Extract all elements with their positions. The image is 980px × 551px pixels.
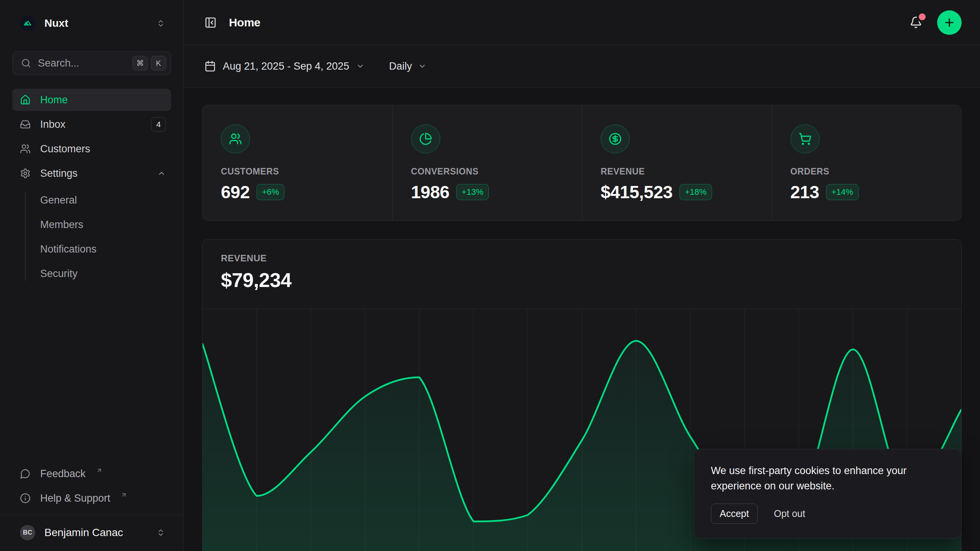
opt-out-button[interactable]: Opt out [772, 504, 807, 523]
search-icon [21, 58, 31, 68]
workspace-name: Nuxt [44, 17, 147, 29]
external-link-icon [121, 492, 127, 498]
panel-left-close-icon [204, 16, 217, 29]
sub-item-label: Members [40, 219, 83, 231]
circle-dollar-icon [601, 124, 630, 153]
date-range-label: Aug 21, 2025 - Sep 4, 2025 [223, 60, 349, 72]
footer-item-label: Help & Support [40, 492, 110, 504]
sidebar-user-section: BC Benjamin Canac [0, 515, 183, 551]
sidebar-collapse-button[interactable] [202, 14, 219, 31]
stat-label: REVENUE [601, 166, 760, 177]
users-icon [221, 124, 250, 153]
sidebar-item-members[interactable]: Members [12, 214, 171, 236]
granularity-select[interactable]: Daily [387, 57, 429, 76]
sub-item-label: General [40, 194, 77, 206]
nuxt-logo-icon [20, 16, 35, 31]
accept-button[interactable]: Accept [711, 504, 758, 524]
stat-customers[interactable]: CUSTOMERS 692 +6% [203, 105, 392, 220]
users-icon [20, 143, 31, 154]
sidebar-item-general[interactable]: General [12, 189, 171, 211]
home-icon [20, 95, 31, 105]
search-shortcut: ⌘ K [132, 56, 166, 70]
avatar: BC [20, 525, 35, 540]
sidebar-item-customers[interactable]: Customers [12, 138, 171, 160]
page-title: Home [229, 16, 260, 29]
shopping-cart-icon [791, 124, 820, 153]
sub-item-label: Security [40, 268, 78, 280]
stat-value: 1986 [411, 182, 449, 202]
revenue-chart-label: REVENUE [221, 253, 943, 264]
stat-revenue[interactable]: REVENUE $415,523 +18% [582, 105, 772, 220]
message-bubble-icon [20, 468, 31, 479]
workspace-switcher[interactable]: Nuxt [12, 11, 171, 35]
stat-label: CONVERSIONS [411, 166, 571, 177]
page-header: Home [184, 0, 980, 45]
granularity-label: Daily [389, 60, 412, 72]
stat-value: 213 [791, 182, 819, 202]
filters-toolbar: Aug 21, 2025 - Sep 4, 2025 Daily [184, 45, 980, 88]
sidebar-spacer [12, 285, 171, 463]
search-input[interactable]: Search... ⌘ K [12, 51, 171, 75]
info-circle-icon [20, 493, 31, 504]
kbd-cmd: ⌘ [132, 56, 148, 70]
sidebar-item-inbox[interactable]: Inbox 4 [12, 113, 171, 135]
header-actions [907, 10, 962, 35]
external-link-icon [96, 467, 103, 474]
inbox-icon [20, 119, 31, 130]
stat-orders[interactable]: ORDERS 213 +14% [772, 105, 962, 220]
stat-conversions[interactable]: CONVERSIONS 1986 +13% [392, 105, 582, 220]
sidebar-item-label: Inbox [40, 119, 65, 130]
help-support-link[interactable]: Help & Support [12, 487, 171, 509]
settings-subnav: General Members Notifications Security [12, 189, 171, 285]
pie-chart-icon [411, 124, 440, 153]
sub-item-label: Notifications [40, 243, 96, 255]
gear-icon [20, 168, 31, 179]
stat-delta-badge: +14% [826, 184, 859, 200]
user-menu[interactable]: BC Benjamin Canac [12, 520, 171, 545]
cookie-actions: Accept Opt out [711, 504, 944, 524]
stat-delta-badge: +13% [456, 184, 489, 200]
stat-value: 692 [221, 182, 250, 202]
footer-item-label: Feedback [40, 468, 86, 480]
sidebar-item-settings[interactable]: Settings [12, 162, 171, 184]
user-name: Benjamin Canac [44, 527, 147, 539]
sidebar-item-security[interactable]: Security [12, 262, 171, 285]
sidebar-footer: Feedback Help & Support [12, 463, 171, 515]
kbd-k: K [151, 56, 166, 70]
stat-label: CUSTOMERS [221, 166, 381, 177]
cookie-message: We use first-party cookies to enhance yo… [711, 463, 941, 494]
sidebar-item-label: Customers [40, 143, 90, 155]
stat-label: ORDERS [791, 166, 950, 177]
chevron-up-icon [157, 169, 166, 178]
add-button[interactable] [937, 10, 962, 35]
stats-card: CUSTOMERS 692 +6% CONVERSIONS 1986 [202, 105, 962, 221]
sidebar-item-notifications[interactable]: Notifications [12, 238, 171, 260]
sidebar-item-home[interactable]: Home [12, 89, 171, 111]
revenue-chart-header: REVENUE $79,234 [203, 240, 961, 292]
revenue-chart-value: $79,234 [221, 269, 943, 292]
cookie-banner: We use first-party cookies to enhance yo… [694, 449, 962, 539]
date-range-picker[interactable]: Aug 21, 2025 - Sep 4, 2025 [202, 57, 367, 76]
chevron-down-icon [356, 62, 364, 70]
sidebar-item-label: Home [40, 94, 68, 106]
chevrons-up-down-icon [157, 19, 165, 28]
sidebar-nav: Home Inbox 4 C [12, 89, 171, 285]
sidebar: Nuxt Search... ⌘ K [0, 0, 184, 551]
chevrons-up-down-icon [157, 528, 165, 537]
notification-dot [919, 13, 926, 20]
plus-icon [943, 16, 956, 29]
stat-value: $415,523 [601, 182, 673, 202]
sidebar-item-label: Settings [40, 168, 78, 179]
inbox-count-badge: 4 [151, 117, 166, 132]
stat-delta-badge: +18% [679, 184, 712, 200]
feedback-link[interactable]: Feedback [12, 463, 171, 485]
calendar-icon [204, 60, 216, 72]
search-placeholder: Search... [38, 57, 126, 69]
chevron-down-icon [418, 62, 426, 70]
stat-delta-badge: +6% [256, 184, 284, 200]
